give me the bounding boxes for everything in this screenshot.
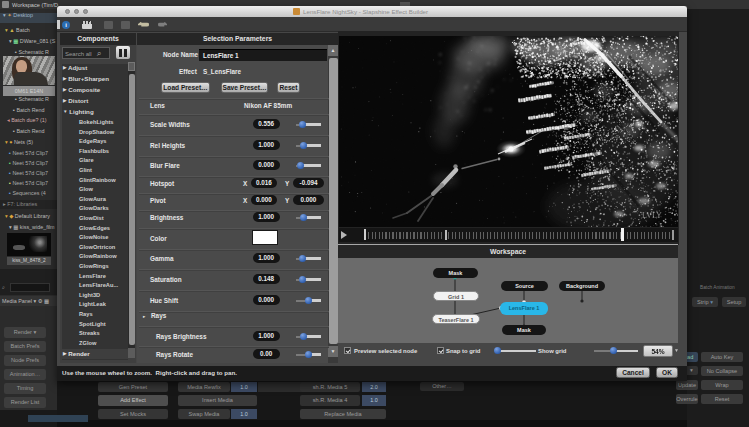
svg-text:LVLY: LVLY (642, 211, 662, 220)
